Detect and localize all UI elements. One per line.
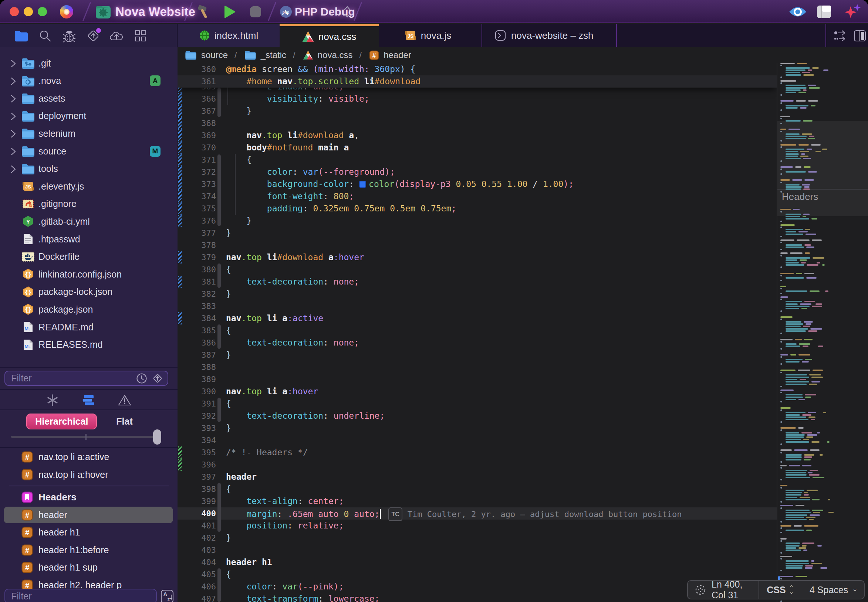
code-line-368[interactable]: 368 xyxy=(177,117,777,129)
code-line-384[interactable]: 384nav.top li a:active xyxy=(177,312,777,324)
line-number[interactable]: 405 xyxy=(177,568,216,580)
code-line-397[interactable]: 397header xyxy=(177,471,777,483)
line-number[interactable]: 403 xyxy=(177,544,216,556)
fold-handle[interactable] xyxy=(217,88,221,117)
sidebar-tool-tag-publish[interactable] xyxy=(86,29,100,43)
line-number[interactable]: 386 xyxy=(177,337,216,349)
code-line-398[interactable]: 398{ xyxy=(177,483,777,495)
tab-index.html[interactable]: index.html xyxy=(177,24,280,47)
code-line-388[interactable]: 388 xyxy=(177,361,777,373)
minimize-window-button[interactable] xyxy=(24,7,33,16)
line-number[interactable]: 366 xyxy=(177,93,216,105)
line-number[interactable]: 401 xyxy=(177,520,216,532)
code-line-374[interactable]: 374 font-weight: 800; xyxy=(177,190,777,203)
line-number[interactable]: 384 xyxy=(177,312,216,324)
code-line-394[interactable]: 394 xyxy=(177,434,777,447)
path-jump-icon[interactable] xyxy=(833,29,847,43)
code-line-372[interactable]: 372 color: var(--foreground); xyxy=(177,166,777,178)
line-number[interactable]: 380 xyxy=(177,264,216,276)
line-number[interactable]: 365 xyxy=(177,88,216,93)
line-number[interactable]: 378 xyxy=(177,239,216,251)
line-number[interactable]: 385 xyxy=(177,324,216,337)
line-number[interactable]: 388 xyxy=(177,361,216,373)
toggle-sidebar-button[interactable] xyxy=(817,0,831,23)
fold-handle[interactable] xyxy=(217,264,221,288)
code-line-378[interactable]: 378 xyxy=(177,239,777,251)
run-button[interactable] xyxy=(221,0,237,23)
line-number[interactable]: 398 xyxy=(177,483,216,495)
line-number[interactable]: 375 xyxy=(177,203,216,215)
symbol-item-header-h1-sup[interactable]: #header h1 sup xyxy=(0,559,177,576)
code-line-366[interactable]: 366 visibility: visible; xyxy=(177,93,777,105)
sticky-context-line-360[interactable]: 360@media screen && (min-width: 360px) { xyxy=(177,63,777,75)
symbol-item-Headers[interactable]: Headers xyxy=(0,488,177,506)
line-number[interactable]: 367 xyxy=(177,105,216,117)
symbols-filter-input[interactable] xyxy=(5,591,156,602)
sidebar-tool-folder-active[interactable] xyxy=(14,29,28,43)
line-number[interactable]: 373 xyxy=(177,178,216,190)
line-number[interactable]: 382 xyxy=(177,288,216,300)
code-line-391[interactable]: 391{ xyxy=(177,398,777,410)
code-line-371[interactable]: 371 { xyxy=(177,154,777,166)
tab-terminal[interactable]: nova-website – zsh xyxy=(495,24,594,47)
code-line-381[interactable]: 381 text-decoration: none; xyxy=(177,276,777,288)
breadcrumb-item-header[interactable]: #header xyxy=(368,49,411,61)
code-line-387[interactable]: 387} xyxy=(177,349,777,361)
line-number[interactable]: 379 xyxy=(177,251,216,264)
code-line-375[interactable]: 375 padding: 0.325em 0.75em 0.5em 0.75em… xyxy=(177,203,777,215)
code-line-385[interactable]: 385{ xyxy=(177,324,777,337)
code-line-383[interactable]: 383 xyxy=(177,300,777,312)
line-number[interactable]: 387 xyxy=(177,349,216,361)
minimap[interactable]: Headers xyxy=(777,47,868,602)
code-line-400[interactable]: 400 margin: .65em auto 0 auto;TCTim Coul… xyxy=(177,507,777,520)
line-number[interactable]: 404 xyxy=(177,556,216,568)
code-line-389[interactable]: 389 xyxy=(177,373,777,385)
line-number[interactable]: 368 xyxy=(177,117,216,129)
code-line-395[interactable]: 395/* !- Headers */ xyxy=(177,447,777,459)
code-line-407[interactable]: 407 text-transform: lowercase; xyxy=(177,593,777,602)
line-number[interactable]: 371 xyxy=(177,154,216,166)
stop-button[interactable] xyxy=(249,0,263,23)
code-line-406[interactable]: 406 color: var(--pink); xyxy=(177,580,777,593)
fold-handle[interactable] xyxy=(217,398,221,422)
code-line-390[interactable]: 390nav.top li a:hover xyxy=(177,385,777,398)
line-number[interactable]: 393 xyxy=(177,422,216,434)
code-line-404[interactable]: 404header h1 xyxy=(177,556,777,568)
sidebar-tool-bug[interactable] xyxy=(62,29,76,43)
code-line-380[interactable]: 380{ xyxy=(177,264,777,276)
line-number[interactable]: 390 xyxy=(177,385,216,398)
code-line-396[interactable]: 396 xyxy=(177,459,777,471)
fold-handle[interactable] xyxy=(217,324,221,349)
code-line-379[interactable]: 379nav.top li#download a:hover xyxy=(177,251,777,264)
line-number[interactable]: 383 xyxy=(177,300,216,312)
breadcrumb-item-source[interactable]: source xyxy=(184,49,228,61)
symbol-item-header-h1-before[interactable]: #header h1:before xyxy=(0,541,177,559)
line-number[interactable]: 399 xyxy=(177,495,216,507)
line-number[interactable]: 370 xyxy=(177,141,216,154)
line-number[interactable]: 369 xyxy=(177,129,216,141)
code-line-393[interactable]: 393} xyxy=(177,422,777,434)
split-editor-icon[interactable] xyxy=(853,29,867,43)
scheme-chevrons-icon[interactable] xyxy=(343,0,351,23)
code-editor[interactable]: 365 z-index: unset;366 visibility: visib… xyxy=(177,63,777,602)
line-number[interactable]: 394 xyxy=(177,434,216,447)
line-number[interactable]: 400 xyxy=(177,507,216,520)
fold-handle[interactable] xyxy=(217,155,221,226)
sidebar-tool-search[interactable] xyxy=(38,29,52,43)
line-number[interactable]: 389 xyxy=(177,373,216,385)
code-line-373[interactable]: 373 background-color: color(display-p3 0… xyxy=(177,178,777,190)
build-button[interactable] xyxy=(195,0,212,23)
line-number[interactable]: 396 xyxy=(177,459,216,471)
fold-handle[interactable] xyxy=(217,568,221,602)
tab-nova.js[interactable]: JSnova.js xyxy=(379,24,477,47)
tab-nova.css[interactable]: nova.css xyxy=(280,24,379,47)
language-chevrons-icon[interactable]: ⌃⌄ xyxy=(789,586,794,594)
line-number[interactable]: 372 xyxy=(177,166,216,178)
code-line-377[interactable]: 377} xyxy=(177,227,777,239)
code-line-369[interactable]: 369 nav.top li#download a, xyxy=(177,129,777,141)
indent-chevron-icon[interactable]: ⌄ xyxy=(852,584,858,593)
line-number[interactable]: 392 xyxy=(177,410,216,422)
preview-eye-button[interactable] xyxy=(788,0,807,23)
code-line-382[interactable]: 382} xyxy=(177,288,777,300)
line-number[interactable]: 391 xyxy=(177,398,216,410)
